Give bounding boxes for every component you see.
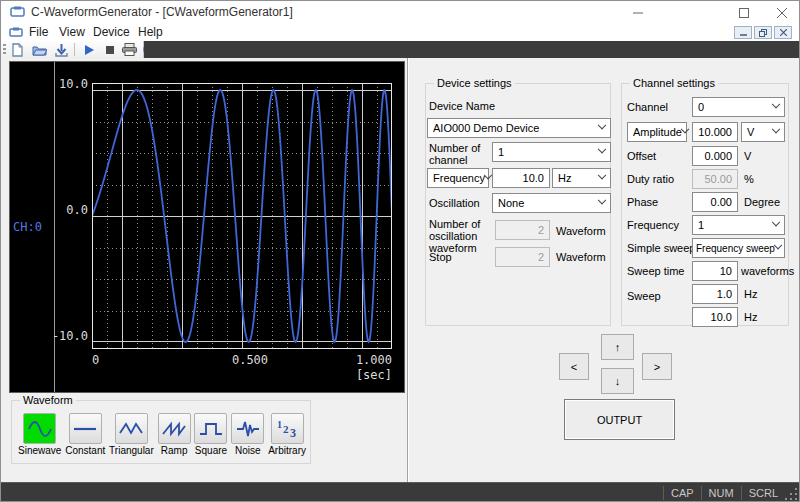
sweep-end-unit: Hz — [744, 311, 757, 323]
waveform-group-title: Waveform — [20, 394, 76, 406]
menu-view[interactable]: View — [57, 25, 87, 39]
svg-text:1: 1 — [277, 419, 282, 430]
new-file-icon[interactable] — [10, 42, 26, 57]
device-settings-title: Device settings — [434, 77, 515, 89]
resize-grip-icon[interactable] — [785, 483, 799, 502]
triangular-button[interactable] — [115, 413, 148, 444]
sweep-start-unit: Hz — [744, 288, 757, 300]
print-icon[interactable] — [121, 42, 137, 57]
up-button[interactable]: ↑ — [601, 334, 634, 360]
stop-icon[interactable] — [102, 42, 118, 57]
channel-count-label: Number of channel — [429, 142, 489, 166]
waveform-option-ramp: Ramp — [158, 413, 191, 456]
menu-file[interactable]: File — [27, 25, 50, 39]
channel-count-select[interactable]: 1 — [492, 142, 611, 162]
sweep-start-input[interactable] — [692, 284, 738, 304]
menu-device[interactable]: Device — [91, 25, 132, 39]
title-bar: C-WaveformGenerator - [CWaveformGenerato… — [1, 1, 799, 23]
y-tick-10: 10.0 — [48, 77, 88, 91]
waveform-group: Waveform Sinewave Constant — [11, 400, 311, 464]
stop-count-input — [495, 247, 550, 267]
channel-frequency-label: Frequency — [627, 219, 679, 231]
y-tick-m10: -10.0 — [48, 329, 88, 343]
chevron-down-icon — [598, 171, 606, 179]
chevron-down-icon — [598, 121, 606, 129]
noise-wave-icon — [235, 419, 261, 439]
oscillation-select[interactable]: None — [492, 193, 611, 213]
arbitrary-button[interactable]: 123 — [271, 413, 304, 444]
chevron-down-icon — [598, 196, 606, 204]
amplitude-unit-select[interactable]: V — [741, 122, 785, 142]
right-button[interactable]: > — [642, 353, 672, 380]
save-icon[interactable] — [53, 42, 69, 57]
close-button[interactable] — [769, 4, 795, 21]
left-button[interactable]: < — [559, 353, 589, 380]
phase-input[interactable] — [692, 192, 738, 212]
phase-unit: Degree — [744, 196, 780, 208]
amplitude-input[interactable] — [692, 122, 738, 142]
mdi-minimize-button[interactable] — [734, 26, 752, 39]
osc-waveform-count-input — [495, 220, 550, 240]
channel-label: Channel — [627, 101, 668, 113]
waveform-option-label: Arbitrary — [268, 445, 306, 456]
sweep-label: Sweep — [627, 290, 661, 302]
channel-settings-title: Channel settings — [630, 77, 718, 89]
menu-bar: File View Device Help — [1, 23, 799, 41]
duty-ratio-label: Duty ratio — [627, 173, 674, 185]
output-button[interactable]: OUTPUT — [564, 399, 675, 440]
waveform-option-sinewave: Sinewave — [18, 413, 61, 456]
x-tick-0: 0 — [92, 353, 99, 367]
menu-help[interactable]: Help — [136, 25, 165, 39]
minimize-button[interactable] — [625, 4, 651, 21]
chevron-down-icon — [772, 125, 780, 133]
play-icon[interactable] — [81, 42, 97, 57]
constant-line-icon — [72, 419, 98, 439]
mdi-restore-button[interactable] — [754, 26, 772, 39]
toolbar-background-strip — [144, 41, 800, 58]
simple-sweep-select[interactable]: Frequency sweep — [692, 238, 785, 258]
sweep-time-input[interactable] — [692, 261, 738, 281]
amplitude-mode-select[interactable]: Amplitude — [627, 122, 687, 142]
document-icon[interactable] — [9, 27, 23, 38]
chevron-down-icon — [772, 218, 780, 226]
noise-button[interactable] — [231, 413, 264, 444]
open-folder-icon[interactable] — [31, 42, 47, 57]
waveform-display: CH:0 10.0 0.0 -10.0 0 0.500 1.000 [sec] — [9, 61, 405, 393]
num-lock-indicator: NUM — [701, 486, 741, 500]
device-name-select[interactable]: AIO000 Demo Device — [427, 118, 611, 138]
waveform-option-constant: Constant — [65, 413, 105, 456]
sweep-end-input[interactable] — [692, 307, 738, 327]
sinewave-button[interactable] — [23, 413, 56, 444]
down-button[interactable]: ↓ — [601, 368, 634, 394]
square-wave-icon — [198, 419, 224, 439]
chevron-down-icon — [774, 241, 782, 249]
osc-waveform-count-unit: Waveform — [556, 225, 606, 237]
waveform-option-label: Triangular — [109, 445, 154, 456]
ramp-button[interactable] — [158, 413, 191, 444]
frequency-unit-select[interactable]: Hz — [552, 168, 611, 188]
window-title: C-WaveformGenerator - [CWaveformGenerato… — [31, 5, 293, 19]
oscillation-label: Oscillation — [429, 197, 480, 209]
offset-input[interactable] — [692, 146, 738, 166]
waveform-option-label: Noise — [235, 445, 261, 456]
app-window: C-WaveformGenerator - [CWaveformGenerato… — [0, 0, 800, 502]
scroll-lock-indicator: SCRL — [741, 486, 785, 500]
offset-label: Offset — [627, 150, 656, 162]
constant-button[interactable] — [69, 413, 102, 444]
toolbar-separator — [74, 43, 75, 56]
x-tick-1: 1.000 — [342, 353, 392, 367]
device-frequency-input[interactable] — [492, 168, 550, 188]
frequency-mode-select[interactable]: Frequency — [427, 168, 489, 188]
osc-waveform-count-label: Number of oscillation waveform — [429, 218, 493, 254]
square-button[interactable] — [194, 413, 227, 444]
app-icon — [10, 6, 25, 18]
maximize-button[interactable] — [731, 4, 757, 21]
channel-select[interactable]: 0 — [692, 97, 785, 117]
caps-lock-indicator: CAP — [663, 486, 701, 500]
triangle-wave-icon — [118, 419, 144, 439]
toolbar-grip[interactable] — [3, 44, 6, 55]
mdi-close-button[interactable] — [774, 26, 792, 39]
waveform-option-label: Sinewave — [18, 445, 61, 456]
channel-frequency-select[interactable]: 1 — [692, 215, 785, 235]
waveform-option-square: Square — [194, 413, 227, 456]
